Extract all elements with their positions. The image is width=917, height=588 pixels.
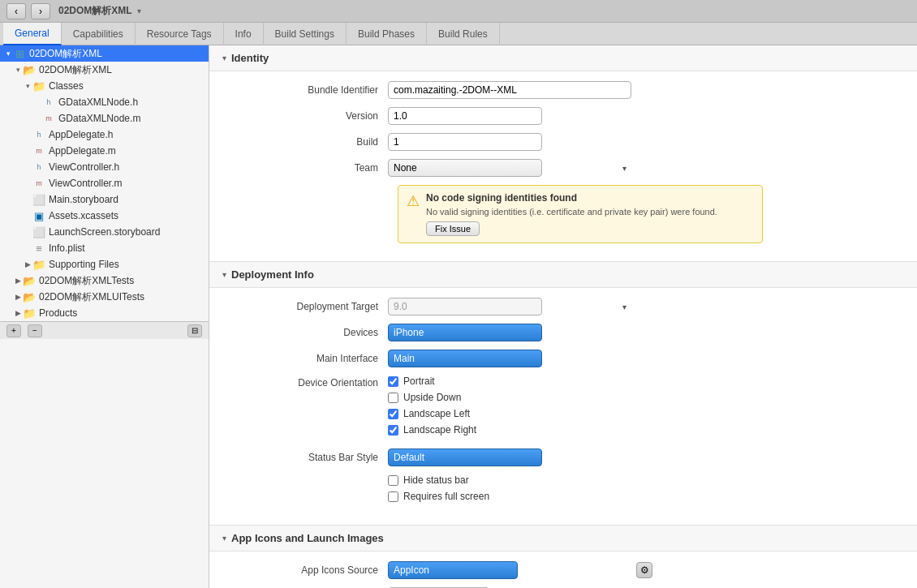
app-icons-source-select[interactable]: AppIcon: [388, 561, 518, 579]
version-label: Version: [226, 110, 388, 122]
sidebar-label-gdatah: GDataXMLNode.h: [58, 97, 138, 108]
requires-full-screen-checkbox[interactable]: [388, 491, 398, 502]
upside-down-checkbox[interactable]: [388, 393, 398, 403]
file-icon-uitests: 📂: [23, 291, 36, 303]
build-control: [388, 133, 631, 151]
sidebar-label-supporting: Supporting Files: [49, 259, 119, 270]
file-icon-launchscreen: ⬜: [32, 226, 45, 238]
title-arrow[interactable]: ▾: [137, 6, 141, 15]
file-icon-classes: 📁: [32, 80, 45, 92]
arrow-supporting: ▶: [23, 260, 32, 268]
hide-status-bar-checkbox[interactable]: [388, 475, 398, 486]
landscape-left-checkbox[interactable]: [388, 409, 398, 419]
sidebar-label-viewch: ViewController.h: [49, 161, 119, 173]
tab-bar: General Capabilities Resource Tags Info …: [0, 23, 917, 45]
requires-full-screen-row: Requires full screen: [388, 491, 489, 502]
portrait-label: Portrait: [403, 376, 435, 387]
file-icon-appdelm: m: [32, 145, 45, 157]
sidebar-item-mainstory[interactable]: ⬜Main.storyboard: [0, 191, 209, 208]
build-row: Build: [226, 133, 901, 151]
sidebar-item-classes[interactable]: ▾📁Classes: [0, 78, 209, 94]
main-interface-control: Main ▾: [388, 350, 631, 367]
orientation-checkboxes: Portrait Upside Down Landscape Left: [388, 376, 476, 440]
device-orientation-row: Device Orientation Portrait Upside Down: [226, 376, 901, 440]
sidebar-item-supporting[interactable]: ▶📁Supporting Files: [0, 256, 209, 273]
bundle-identifier-label: Bundle Identifier: [226, 84, 388, 96]
tab-info[interactable]: Info: [224, 23, 264, 45]
sidebar-item-tests[interactable]: ▶📂02DOM解析XMLTests: [0, 273, 209, 289]
hide-status-bar-row: Hide status bar: [388, 474, 489, 486]
warning-content: No code signing identities found No vali…: [426, 192, 717, 236]
arrow-tests: ▶: [13, 277, 23, 285]
fix-issue-button[interactable]: Fix Issue: [426, 221, 480, 236]
warning-title: No code signing identities found: [426, 192, 717, 204]
team-select[interactable]: None: [388, 159, 542, 177]
sidebar-item-viewcm[interactable]: mViewController.m: [0, 175, 209, 191]
tab-general[interactable]: General: [3, 23, 62, 45]
tab-build-phases[interactable]: Build Phases: [347, 23, 427, 45]
sidebar-item-assets[interactable]: ▣Assets.xcassets: [0, 208, 209, 224]
main-interface-label: Main Interface: [226, 353, 388, 364]
back-button[interactable]: ‹: [6, 3, 26, 19]
sidebar-item-datam[interactable]: mGDataXMLNode.m: [0, 110, 209, 127]
app-icons-section-header[interactable]: ▾ App Icons and Launch Images: [209, 526, 917, 552]
portrait-row: Portrait: [388, 376, 476, 387]
deployment-target-control: 9.0 ▾: [388, 298, 631, 315]
landscape-left-label: Landscape Left: [403, 408, 470, 419]
sidebar-label-launchscreen: LaunchScreen.storyboard: [49, 226, 160, 238]
sidebar-item-root[interactable]: ▾⊞02DOM解析XML: [0, 45, 209, 62]
tab-build-settings[interactable]: Build Settings: [264, 23, 347, 45]
remove-button[interactable]: −: [28, 324, 42, 337]
app-icons-source-arrow: ▾: [622, 566, 626, 575]
identity-section-header[interactable]: ▾ Identity: [209, 45, 917, 71]
devices-row: Devices iPhone ▾: [226, 324, 901, 341]
sidebar-item-gdatah[interactable]: hGDataXMLNode.h: [0, 94, 209, 110]
sidebar-item-02dom[interactable]: ▾📂02DOM解析XML: [0, 62, 209, 78]
add-button[interactable]: +: [6, 324, 21, 337]
identity-arrow: ▾: [222, 54, 226, 62]
sidebar-label-mainstory: Main.storyboard: [49, 194, 118, 205]
devices-control: iPhone ▾: [388, 324, 631, 341]
devices-select[interactable]: iPhone: [388, 324, 542, 341]
portrait-checkbox[interactable]: [388, 376, 398, 387]
forward-button[interactable]: ›: [31, 3, 50, 19]
version-control: [388, 107, 631, 125]
main-interface-row: Main Interface Main ▾: [226, 350, 901, 367]
warning-text: No valid signing identities (i.e. certif…: [426, 207, 717, 217]
build-input[interactable]: [388, 133, 542, 151]
deployment-section-header[interactable]: ▾ Deployment Info: [209, 262, 917, 288]
file-icon-tests: 📂: [23, 275, 36, 286]
version-input[interactable]: [388, 107, 542, 125]
tab-build-rules[interactable]: Build Rules: [427, 23, 500, 45]
app-icons-source-control: AppIcon ▾: [388, 561, 631, 579]
sidebar-label-appdelm: AppDelegate.m: [49, 145, 116, 157]
sidebar-label-classes: Classes: [49, 80, 84, 92]
landscape-right-checkbox[interactable]: [388, 425, 398, 436]
devices-label: Devices: [226, 327, 388, 338]
file-icon-viewcm: m: [32, 178, 45, 189]
sidebar-item-appdelh[interactable]: hAppDelegate.h: [0, 127, 209, 143]
sidebar-item-viewch[interactable]: hViewController.h: [0, 159, 209, 175]
team-select-arrow: ▾: [622, 164, 626, 173]
tab-capabilities[interactable]: Capabilities: [62, 23, 136, 45]
sidebar-item-launchscreen[interactable]: ⬜LaunchScreen.storyboard: [0, 224, 209, 240]
sidebar-item-infoplist[interactable]: ≡Info.plist: [0, 240, 209, 256]
arrow-uitests: ▶: [13, 293, 23, 301]
tab-resource-tags[interactable]: Resource Tags: [136, 23, 224, 45]
deployment-target-select[interactable]: 9.0: [388, 298, 542, 315]
status-bar-style-select[interactable]: Default: [388, 449, 542, 466]
arrow-02dom: ▾: [13, 66, 23, 74]
sidebar-item-appdelm[interactable]: mAppDelegate.m: [0, 143, 209, 159]
main-interface-select[interactable]: Main: [388, 350, 542, 367]
team-row: Team None ▾: [226, 159, 901, 177]
bundle-identifier-input[interactable]: [388, 81, 631, 99]
sidebar-label-appdelh: AppDelegate.h: [49, 129, 113, 140]
gear-button[interactable]: ⚙: [636, 562, 652, 578]
sidebar-bottom-bar: + − ⊟: [0, 321, 209, 339]
filter-button[interactable]: ⊟: [187, 324, 202, 337]
deployment-arrow: ▾: [222, 270, 226, 279]
sidebar-label-products: Products: [39, 307, 77, 319]
devices-select-arrow: ▾: [622, 328, 626, 337]
sidebar-item-products[interactable]: ▶📁Products: [0, 305, 209, 321]
sidebar-item-uitests[interactable]: ▶📂02DOM解析XMLUITests: [0, 289, 209, 305]
